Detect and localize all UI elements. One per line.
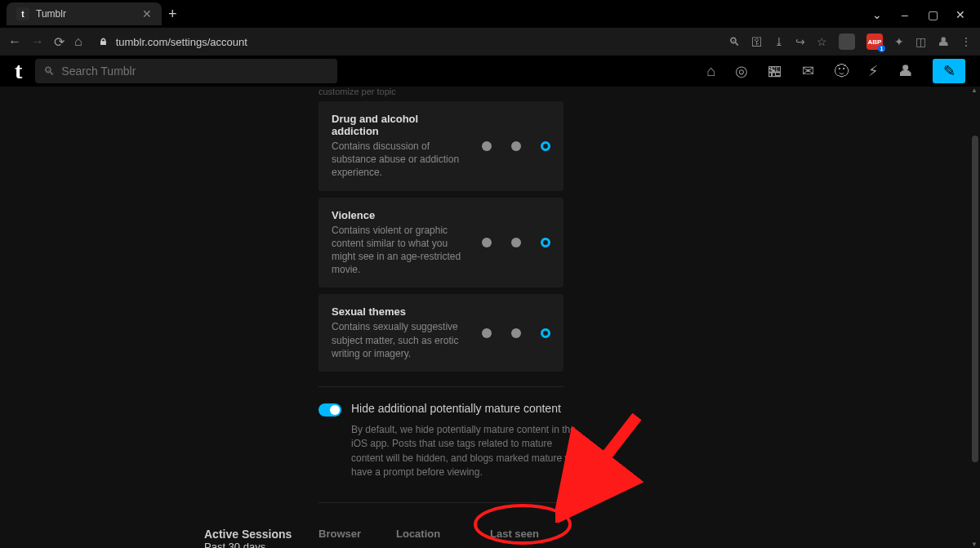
tumblr-logo[interactable]: t <box>15 58 22 84</box>
topic-radio-1[interactable] <box>482 238 492 247</box>
menu-icon[interactable]: ⋮ <box>960 35 972 48</box>
extensions-icon[interactable]: ✦ <box>894 35 904 48</box>
tab-favicon-icon: t <box>16 7 29 20</box>
window-minimize-icon[interactable]: – <box>898 8 911 21</box>
share-icon[interactable]: ↪ <box>795 35 805 48</box>
forward-button[interactable]: → <box>31 34 44 49</box>
bookmark-icon[interactable]: ☆ <box>817 35 827 48</box>
explore-icon[interactable]: ◎ <box>735 62 748 80</box>
window-close-icon[interactable]: ✕ <box>954 8 967 21</box>
extension-1-icon[interactable] <box>839 33 855 50</box>
account-icon[interactable]: 👤︎ <box>898 63 913 80</box>
topic-desc: Contains discussion of substance abuse o… <box>332 140 466 180</box>
col-location: Location <box>396 528 490 540</box>
sessions-heading-2: Past 30 days <box>204 541 318 548</box>
topic-radio-1[interactable] <box>482 328 492 338</box>
scrollbar-thumb[interactable] <box>972 136 978 462</box>
address-bar[interactable]: 🔒︎ tumblr.com/settings/account <box>99 36 719 48</box>
topic-radio-2[interactable] <box>511 328 521 338</box>
tab-close-icon[interactable]: ✕ <box>142 7 152 20</box>
window-maximize-icon[interactable]: ▢ <box>926 8 939 21</box>
extension-abp-icon[interactable]: ABP <box>866 33 883 50</box>
inbox-icon[interactable]: ✉︎ <box>802 62 814 80</box>
topic-radio-2[interactable] <box>511 141 521 151</box>
back-button[interactable]: ← <box>8 34 21 49</box>
install-icon[interactable]: ⤓ <box>774 35 784 48</box>
divider <box>318 386 564 387</box>
toolbar-actions: 🔍︎ ⚿︎ ⤓ ↪ ☆ ABP ✦ ◫ 👤︎ ⋮ <box>728 33 972 50</box>
col-browser: Browser <box>318 528 396 540</box>
topic-radio-3[interactable] <box>541 238 550 247</box>
lock-icon: 🔒︎ <box>99 37 108 47</box>
hide-mature-desc: By default, we hide potentially mature c… <box>351 423 580 480</box>
search-icon[interactable]: 🔍︎ <box>728 35 740 48</box>
topic-title: Violence <box>332 209 466 221</box>
panel-icon[interactable]: ◫ <box>915 35 926 48</box>
home-button[interactable]: ⌂ <box>74 34 82 49</box>
search-input[interactable] <box>61 65 329 78</box>
scroll-down-icon[interactable]: ▼ <box>971 541 978 548</box>
home-icon[interactable]: ⌂ <box>706 63 715 80</box>
topic-row: Drug and alcohol addiction Contains disc… <box>318 101 564 191</box>
url-text: tumblr.com/settings/account <box>116 36 247 48</box>
hide-mature-toggle[interactable] <box>318 403 341 417</box>
tab-title: Tumblr <box>36 8 66 20</box>
compose-button[interactable]: ✎ <box>933 59 965 83</box>
col-lastseen: Last seen <box>490 528 564 540</box>
topic-radio-3[interactable] <box>541 141 550 151</box>
topic-desc: Contains sexually suggestive subject mat… <box>332 320 466 360</box>
topic-radio-1[interactable] <box>482 141 492 151</box>
topic-radio-3[interactable] <box>541 328 550 338</box>
activity-icon[interactable]: ⚡︎ <box>868 62 879 80</box>
store-icon[interactable]: 🏪︎ <box>768 63 782 80</box>
chat-icon[interactable]: 🙂︎ <box>834 63 849 80</box>
topic-row: Violence Contains violent or graphic con… <box>318 198 564 288</box>
scroll-up-icon[interactable]: ▲ <box>971 87 978 94</box>
topic-radio-2[interactable] <box>511 238 521 247</box>
page-content: customize per topic Drug and alcohol add… <box>0 87 980 548</box>
browser-toolbar: ← → ⟳ ⌂ 🔒︎ tumblr.com/settings/account 🔍… <box>0 28 980 56</box>
site-header: t 🔍︎ ⌂ ◎ 🏪︎ ✉︎ 🙂︎ ⚡︎ 👤︎ ✎ <box>0 56 980 87</box>
customize-hint: customize per topic <box>318 87 776 96</box>
reload-button[interactable]: ⟳ <box>54 34 65 50</box>
key-icon[interactable]: ⚿︎ <box>751 35 763 48</box>
window-dropdown-icon[interactable]: ⌄ <box>871 8 884 21</box>
browser-tab-bar: t Tumblr ✕ + <box>0 0 980 28</box>
new-tab-button[interactable]: + <box>168 6 177 23</box>
sessions-heading-1: Active Sessions <box>204 528 318 541</box>
hide-mature-label: Hide additional potentially mature conte… <box>351 402 561 415</box>
topic-row: Sexual themes Contains sexually suggesti… <box>318 294 564 372</box>
search-icon: 🔍︎ <box>43 65 55 78</box>
window-controls: ⌄ – ▢ ✕ <box>858 0 980 29</box>
divider <box>318 502 564 503</box>
topic-desc: Contains violent or graphic content simi… <box>332 224 466 277</box>
profile-avatar-icon[interactable]: 👤︎ <box>938 35 949 48</box>
topic-title: Sexual themes <box>332 305 466 318</box>
topic-title: Drug and alcohol addiction <box>332 113 466 137</box>
browser-tab[interactable]: t Tumblr ✕ <box>7 2 162 25</box>
search-box[interactable]: 🔍︎ <box>35 59 337 83</box>
